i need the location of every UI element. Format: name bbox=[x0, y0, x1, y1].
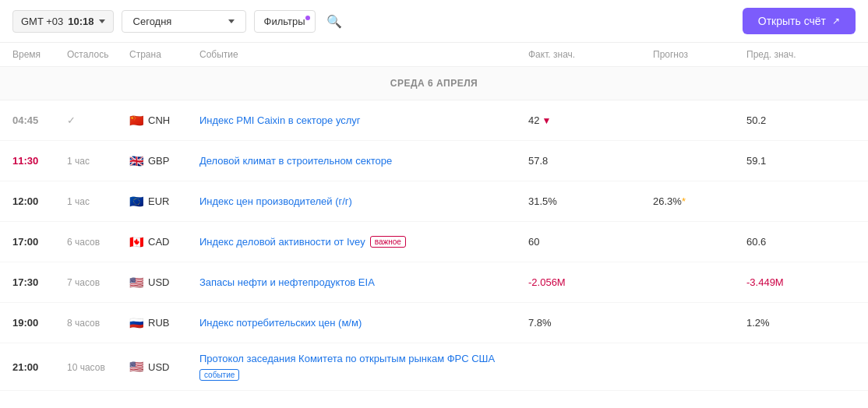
country-code: USD bbox=[148, 276, 169, 288]
time-cell: 19:00 bbox=[12, 317, 67, 329]
country-cell: 🇨🇦 CAD bbox=[129, 235, 199, 249]
prev-cell: 60.6 bbox=[746, 236, 856, 248]
event-badge: событие bbox=[199, 369, 239, 381]
flag-icon: 🇷🇺 bbox=[129, 316, 144, 330]
down-arrow-icon: ▼ bbox=[542, 115, 551, 126]
country-cell: 🇬🇧 GBP bbox=[129, 154, 199, 168]
col-actual: Факт. знач. bbox=[528, 49, 653, 60]
search-icon: 🔍 bbox=[326, 15, 342, 28]
important-badge: важное bbox=[370, 236, 406, 248]
table-row: 04:45✓ 🇨🇳 CNH Индекс PMI Caixin в сектор… bbox=[0, 100, 868, 141]
country-cell: 🇺🇸 USD bbox=[129, 360, 199, 374]
external-link-icon: ↗ bbox=[832, 16, 840, 26]
actual-cell: 60 bbox=[528, 236, 653, 248]
remaining-label: 6 часов bbox=[67, 237, 100, 248]
gmt-label: GMT +03 bbox=[21, 16, 63, 27]
event-cell: Индекс деловой активности от Ivey важное bbox=[199, 236, 528, 248]
remaining-label: 7 часов bbox=[67, 277, 100, 288]
flag-icon: 🇨🇦 bbox=[129, 235, 144, 249]
table-row: 17:006 часов 🇨🇦 CAD Индекс деловой актив… bbox=[0, 222, 868, 262]
time-cell: 04:45 bbox=[12, 114, 67, 126]
country-cell: 🇺🇸 USD bbox=[129, 276, 199, 290]
actual-cell: 7.8% bbox=[528, 317, 653, 329]
filters-button[interactable]: Фильтры bbox=[254, 10, 316, 33]
gmt-selector[interactable]: GMT +03 10:18 bbox=[12, 10, 114, 33]
remaining-label: 1 час bbox=[67, 156, 90, 167]
col-remaining: Осталось bbox=[67, 49, 129, 60]
col-forecast: Прогноз bbox=[653, 49, 746, 60]
flag-icon: 🇺🇸 bbox=[129, 276, 144, 290]
country-cell: 🇷🇺 RUB bbox=[129, 316, 199, 330]
date-label: Сегодня bbox=[133, 16, 172, 27]
search-button[interactable]: 🔍 bbox=[323, 11, 345, 32]
country-cell: 🇨🇳 CNH bbox=[129, 114, 199, 128]
country-code: CNH bbox=[148, 114, 170, 126]
open-account-button[interactable]: Открыть счёт ↗ bbox=[743, 8, 856, 34]
flag-icon: 🇺🇸 bbox=[129, 360, 144, 374]
flag-icon: 🇬🇧 bbox=[129, 154, 144, 168]
actual-cell: 31.5% bbox=[528, 195, 653, 207]
gmt-time: 10:18 bbox=[68, 16, 94, 27]
section-header: СРЕДА 6 АПРЕЛЯ bbox=[0, 67, 868, 100]
country-code: CAD bbox=[148, 236, 169, 248]
table-row: 21:0010 часов 🇺🇸 USD Протокол заседания … bbox=[0, 343, 868, 391]
table-header: Время Осталось Страна Событие Факт. знач… bbox=[0, 43, 868, 67]
filters-dot bbox=[305, 16, 310, 20]
open-account-label: Открыть счёт bbox=[758, 15, 826, 27]
remaining-cell: ✓ bbox=[67, 114, 129, 126]
event-name[interactable]: Индекс PMI Caixin в секторе услуг bbox=[199, 114, 361, 126]
remaining-cell: 7 часов bbox=[67, 276, 129, 288]
remaining-label: 10 часов bbox=[67, 362, 105, 373]
prev-cell: 59.1 bbox=[746, 155, 856, 167]
event-name[interactable]: Индекс деловой активности от Ivey bbox=[199, 236, 365, 248]
col-event: Событие bbox=[199, 49, 528, 60]
event-name[interactable]: Индекс потребительских цен (м/м) bbox=[199, 317, 362, 329]
flag-icon: 🇨🇳 bbox=[129, 114, 144, 128]
time-cell: 11:30 bbox=[12, 155, 67, 167]
date-selector[interactable]: Сегодня bbox=[122, 10, 246, 33]
event-cell: Протокол заседания Комитета по открытым … bbox=[199, 353, 528, 381]
flag-icon: 🇪🇺 bbox=[129, 195, 144, 209]
country-code: USD bbox=[148, 361, 169, 373]
country-code: GBP bbox=[148, 155, 169, 167]
prev-cell: -3.449M bbox=[746, 276, 856, 288]
col-country: Страна bbox=[129, 49, 199, 60]
chevron-down-icon bbox=[99, 19, 105, 23]
filters-label: Фильтры bbox=[264, 16, 305, 27]
asterisk-icon: * bbox=[682, 195, 686, 207]
prev-cell: 1.2% bbox=[746, 317, 856, 329]
time-cell: 17:00 bbox=[12, 236, 67, 248]
checkmark-icon: ✓ bbox=[67, 114, 76, 126]
chevron-down-icon bbox=[228, 19, 235, 23]
actual-cell: -2.056M bbox=[528, 276, 653, 288]
table-row: 17:307 часов 🇺🇸 USD Запасы нефти и нефте… bbox=[0, 262, 868, 303]
event-cell: Деловой климат в строительном секторе bbox=[199, 155, 528, 167]
remaining-label: 1 час bbox=[67, 196, 90, 207]
header: GMT +03 10:18 Сегодня Фильтры 🔍 Открыть … bbox=[0, 0, 868, 43]
remaining-cell: 6 часов bbox=[67, 236, 129, 248]
remaining-cell: 1 час bbox=[67, 195, 129, 207]
event-cell: Запасы нефти и нефтепродуктов EIA bbox=[199, 276, 528, 288]
actual-cell: 57.8 bbox=[528, 155, 653, 167]
event-name[interactable]: Запасы нефти и нефтепродуктов EIA bbox=[199, 276, 375, 288]
table-row: 19:008 часов 🇷🇺 RUB Индекс потребительск… bbox=[0, 303, 868, 343]
events-table: 04:45✓ 🇨🇳 CNH Индекс PMI Caixin в сектор… bbox=[0, 100, 868, 391]
time-cell: 17:30 bbox=[12, 276, 67, 288]
col-time: Время bbox=[12, 49, 67, 60]
event-cell: Индекс PMI Caixin в секторе услуг bbox=[199, 114, 528, 126]
event-name[interactable]: Индекс цен производителей (г/г) bbox=[199, 195, 352, 207]
country-code: RUB bbox=[148, 317, 169, 329]
event-name[interactable]: Деловой климат в строительном секторе bbox=[199, 155, 392, 167]
actual-cell: 42 ▼ bbox=[528, 114, 653, 126]
event-cell: Индекс потребительских цен (м/м) bbox=[199, 317, 528, 329]
prev-cell: 50.2 bbox=[746, 114, 856, 126]
table-row: 12:001 час 🇪🇺 EUR Индекс цен производите… bbox=[0, 181, 868, 222]
forecast-cell: 26.3%* bbox=[653, 195, 746, 207]
time-cell: 21:00 bbox=[12, 361, 67, 373]
col-prev: Пред. знач. bbox=[746, 49, 856, 60]
time-cell: 12:00 bbox=[12, 195, 67, 207]
event-name[interactable]: Протокол заседания Комитета по открытым … bbox=[199, 353, 495, 364]
event-cell: Индекс цен производителей (г/г) bbox=[199, 195, 528, 207]
table-row: 11:301 час 🇬🇧 GBP Деловой климат в строи… bbox=[0, 141, 868, 181]
country-code: EUR bbox=[148, 195, 169, 207]
